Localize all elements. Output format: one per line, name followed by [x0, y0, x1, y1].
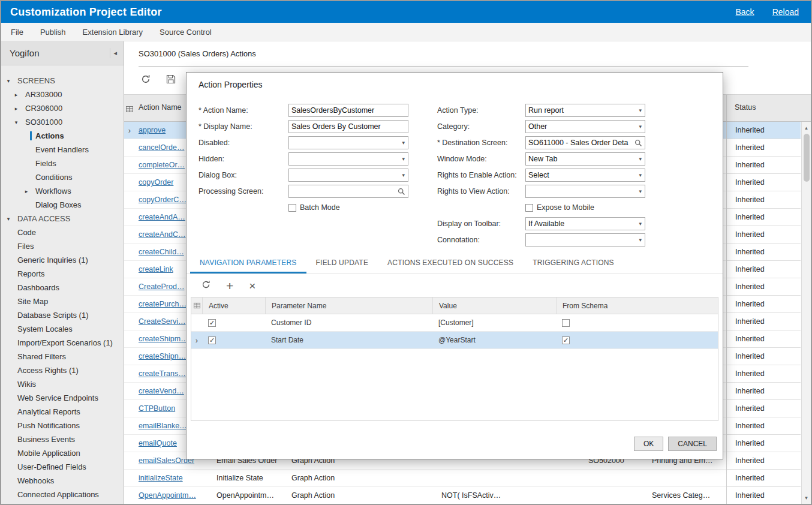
from-schema-checkbox[interactable] [562, 319, 570, 327]
destination-screen-lookup[interactable]: SO611000 - Sales Order Deta [525, 136, 645, 149]
sidebar-item[interactable]: ▾ SO301000 [1, 115, 124, 129]
reload-link[interactable]: Reload [772, 7, 799, 17]
refresh-button[interactable] [141, 74, 151, 86]
tree-expander-icon[interactable]: ▸ [13, 106, 20, 112]
sidebar-item[interactable]: Import/Export Scenarios (1) [1, 336, 124, 350]
active-checkbox[interactable] [208, 336, 216, 344]
param-refresh-button[interactable] [202, 280, 210, 291]
sidebar-item[interactable]: Dialog Boxes [1, 198, 124, 212]
action-name-link[interactable]: OpenAppointm… [139, 491, 196, 500]
action-name-link[interactable]: copyOrder [139, 178, 173, 187]
dialog-tab[interactable]: ACTIONS EXECUTED ON SUCCESS [378, 254, 523, 273]
param-add-button[interactable]: + [226, 279, 233, 292]
column-header-action-name[interactable]: Action Name [139, 103, 182, 112]
action-name-link[interactable]: cancelOrde… [139, 143, 184, 152]
sidebar-item[interactable]: Push Notifications [1, 419, 124, 432]
scroll-thumb[interactable] [804, 134, 810, 182]
action-row[interactable]: › OpenAppointm… OpenAppointm… Graph Acti… [124, 487, 726, 504]
sidebar-item[interactable]: Business Events [1, 432, 124, 446]
active-checkbox[interactable] [208, 319, 216, 327]
action-name-input[interactable] [288, 104, 408, 117]
sidebar-item[interactable]: Access Rights (1) [1, 363, 124, 377]
sidebar-item[interactable]: Web Service Endpoints [1, 391, 124, 405]
action-name-link[interactable]: createTrans… [139, 369, 186, 378]
action-name-link[interactable]: createChild… [139, 248, 184, 256]
tree-expander-icon[interactable]: ▾ [5, 78, 12, 84]
sidebar-item[interactable]: ▸ CR306000 [1, 101, 124, 115]
tree-expander-icon[interactable]: ▾ [13, 119, 20, 125]
from-schema-checkbox[interactable] [562, 336, 570, 344]
column-header-status[interactable]: Status [735, 103, 756, 112]
sidebar-item[interactable]: Event Handlers [1, 143, 124, 157]
sidebar-item[interactable]: Fields [1, 157, 124, 170]
column-header-from-schema[interactable]: From Schema [556, 297, 718, 314]
sidebar-item[interactable]: Wikis [1, 377, 124, 391]
param-delete-button[interactable]: × [249, 280, 255, 291]
sidebar-item[interactable]: Files [1, 239, 124, 253]
rights-view-select[interactable]: ▾ [525, 185, 645, 198]
hidden-select[interactable]: ▾ [288, 152, 408, 166]
sidebar-item[interactable]: Mobile Application [1, 446, 124, 460]
sidebar-item[interactable]: ▾ DATA ACCESS [1, 212, 124, 226]
sidebar-item[interactable]: Webhooks [1, 474, 124, 488]
action-name-link[interactable]: createPurch… [139, 300, 187, 308]
action-name-link[interactable]: CreateProd… [139, 282, 184, 291]
back-link[interactable]: Back [736, 7, 754, 17]
action-name-link[interactable]: emailQuote [139, 439, 177, 447]
action-name-link[interactable]: emailBlanke… [139, 422, 187, 430]
menu-item[interactable]: File [2, 28, 32, 37]
disabled-select[interactable]: ▾ [288, 136, 408, 149]
connotation-select[interactable]: ▾ [525, 233, 645, 247]
dialog-tab[interactable]: FIELD UPDATE [306, 254, 378, 273]
display-on-toolbar-select[interactable]: If Available▾ [525, 217, 645, 230]
sidebar-item[interactable]: Actions [1, 129, 124, 143]
action-type-select[interactable]: Run report▾ [525, 104, 645, 117]
sidebar-collapse-icon[interactable]: ◂ [110, 48, 120, 58]
sidebar-item[interactable]: Site Map [1, 294, 124, 308]
vertical-scrollbar[interactable]: ▴ ▾ [801, 122, 811, 504]
grid-table-icon[interactable] [126, 104, 133, 115]
action-name-link[interactable]: createShipm… [139, 335, 188, 343]
sidebar-item[interactable]: User-Defined Fields [1, 460, 124, 474]
sidebar-item[interactable]: System Locales [1, 322, 124, 336]
batch-mode-checkbox[interactable] [288, 204, 296, 212]
category-select[interactable]: Other▾ [525, 120, 645, 133]
sidebar-item[interactable]: Shared Filters [1, 350, 124, 363]
action-name-link[interactable]: createAndA… [139, 213, 185, 221]
action-name-link[interactable]: approve [139, 126, 166, 134]
action-name-link[interactable]: CTPButton [139, 404, 175, 413]
tree-expander-icon[interactable]: ▸ [23, 188, 30, 194]
dialog-tab[interactable]: NAVIGATION PARAMETERS [190, 254, 306, 273]
sidebar-item[interactable]: Analytical Reports [1, 405, 124, 419]
sidebar-item[interactable]: Conditions [1, 170, 124, 184]
sidebar-item[interactable]: ▸ AR303000 [1, 88, 124, 101]
column-header-parameter-name[interactable]: Parameter Name [265, 297, 432, 314]
column-header-active[interactable]: Active [202, 297, 265, 314]
window-mode-select[interactable]: New Tab▾ [525, 152, 645, 166]
action-name-link[interactable]: completeOr… [139, 161, 185, 169]
dialog-tab[interactable]: TRIGGERING ACTIONS [523, 254, 624, 273]
save-button[interactable] [166, 74, 176, 86]
action-name-link[interactable]: createLink [139, 265, 173, 273]
column-header-value[interactable]: Value [432, 297, 556, 314]
menu-item[interactable]: Publish [32, 28, 74, 37]
sidebar-item[interactable]: Dashboards [1, 281, 124, 294]
sidebar-item[interactable]: Code [1, 226, 124, 239]
sidebar-item[interactable]: ▸ Workflows [1, 184, 124, 198]
sidebar-item[interactable]: Database Scripts (1) [1, 308, 124, 322]
action-name-link[interactable]: CreateServi… [139, 317, 186, 326]
menu-item[interactable]: Source Control [151, 28, 220, 37]
expose-to-mobile-checkbox[interactable] [525, 204, 533, 212]
action-name-link[interactable]: initializeState [139, 474, 183, 482]
param-grid-table-icon[interactable] [191, 297, 202, 314]
action-name-link[interactable]: copyOrderC… [139, 196, 187, 204]
scroll-up-icon[interactable]: ▴ [805, 124, 808, 132]
action-name-link[interactable]: createVend… [139, 387, 184, 395]
sidebar-item[interactable]: Connected Applications [1, 488, 124, 501]
sidebar-item[interactable]: Reports [1, 267, 124, 281]
parameter-row[interactable]: › Start Date @YearStart [191, 332, 718, 349]
display-name-input[interactable] [288, 120, 408, 133]
menu-item[interactable]: Extension Library [74, 28, 151, 37]
processing-screen-lookup[interactable] [288, 185, 408, 198]
sidebar-item[interactable]: ▾ SCREENS [1, 74, 124, 88]
